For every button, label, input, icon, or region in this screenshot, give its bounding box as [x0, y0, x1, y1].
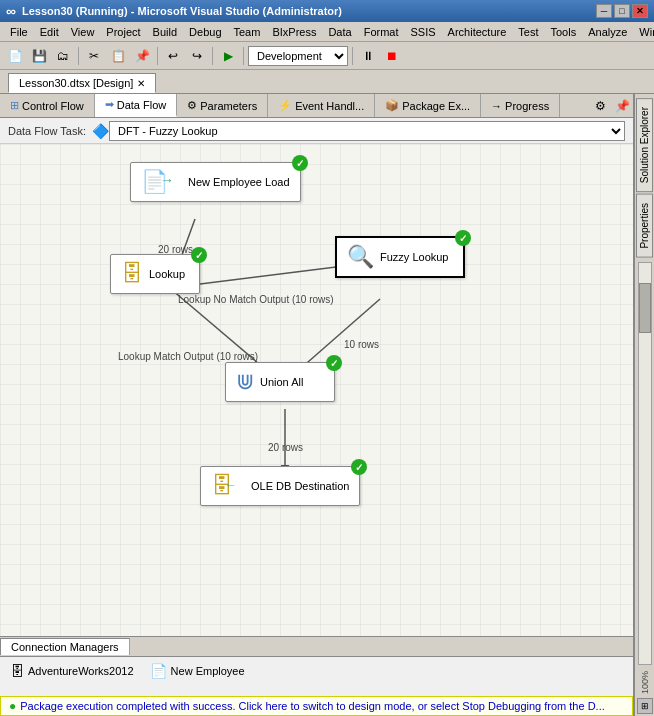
- menu-bixpress[interactable]: BIxPress: [266, 24, 322, 40]
- check-badge-fuzzy-lookup: ✓: [455, 230, 471, 246]
- save-button[interactable]: 💾: [28, 45, 50, 67]
- zoom-label: 100%: [638, 669, 652, 696]
- tab-event-handlers[interactable]: ⚡ Event Handl...: [268, 94, 375, 117]
- dataflow-task-bar: Data Flow Task: 🔷 DFT - Fuzzy Lookup: [0, 118, 633, 144]
- conn-content: 🗄 AdventureWorks2012 📄 New Employee: [0, 657, 633, 685]
- menu-test[interactable]: Test: [512, 24, 544, 40]
- adventureworks-icon: 🗄: [10, 663, 24, 679]
- parameters-icon: ⚙: [187, 99, 197, 112]
- separator-1: [78, 47, 79, 65]
- menu-team[interactable]: Team: [228, 24, 267, 40]
- stop-button[interactable]: ⏹: [381, 45, 403, 67]
- row-label-lookup-no-match: Lookup No Match Output (10 rows): [178, 294, 334, 305]
- scrollbar-thumb[interactable]: [639, 283, 651, 333]
- separator-3: [212, 47, 213, 65]
- restore-button[interactable]: □: [614, 4, 630, 18]
- cut-button[interactable]: ✂: [83, 45, 105, 67]
- node-lookup-label: Lookup: [149, 268, 185, 280]
- dataflow-task-label: Data Flow Task:: [8, 125, 86, 137]
- debug-button[interactable]: ⏸: [357, 45, 379, 67]
- menu-data[interactable]: Data: [322, 24, 357, 40]
- right-sidebar: Solution Explorer Properties 100% ⊞: [634, 94, 654, 716]
- menu-window[interactable]: Window: [633, 24, 654, 40]
- row-label-10-rows: 10 rows: [344, 339, 379, 350]
- row-label-20-rows-2: 20 rows: [268, 442, 303, 453]
- flat-file-source-icon: 📄→: [141, 169, 182, 195]
- menu-file[interactable]: File: [4, 24, 34, 40]
- redo-button[interactable]: ↪: [186, 45, 208, 67]
- menu-view[interactable]: View: [65, 24, 101, 40]
- title-text: Lesson30 (Running) - Microsoft Visual St…: [22, 5, 596, 17]
- event-handlers-icon: ⚡: [278, 99, 292, 112]
- data-flow-icon: ➡: [105, 98, 114, 111]
- node-fuzzy-lookup-label: Fuzzy Lookup: [380, 251, 448, 263]
- menu-project[interactable]: Project: [100, 24, 146, 40]
- conn-item-adventureworks[interactable]: 🗄 AdventureWorks2012: [10, 663, 134, 679]
- new-project-button[interactable]: 📄: [4, 45, 26, 67]
- check-badge-new-employee-load: ✓: [292, 155, 308, 171]
- progress-icon: →: [491, 100, 502, 112]
- menu-debug[interactable]: Debug: [183, 24, 227, 40]
- doc-tab-close-button[interactable]: ✕: [137, 78, 145, 89]
- row-label-lookup-match: Lookup Match Output (10 rows): [118, 351, 258, 362]
- status-message[interactable]: ● Package execution completed with succe…: [0, 696, 633, 716]
- tab-pin-button[interactable]: 📌: [611, 95, 633, 117]
- save-all-button[interactable]: 🗂: [52, 45, 74, 67]
- lookup-icon: 🗄: [121, 261, 143, 287]
- copy-button[interactable]: 📋: [107, 45, 129, 67]
- vertical-scrollbar[interactable]: [638, 262, 652, 665]
- separator-5: [352, 47, 353, 65]
- node-union-all[interactable]: ✓ ⋓ Union All: [225, 362, 335, 402]
- undo-button[interactable]: ↩: [162, 45, 184, 67]
- separator-4: [243, 47, 244, 65]
- new-employee-conn-label: New Employee: [171, 665, 245, 677]
- fuzzy-lookup-icon: 🔍: [347, 244, 374, 270]
- minimize-button[interactable]: ─: [596, 4, 612, 18]
- toolbar: 📄 💾 🗂 ✂ 📋 📌 ↩ ↪ ▶ Development ⏸ ⏹: [0, 42, 654, 70]
- menu-tools[interactable]: Tools: [544, 24, 582, 40]
- menu-format[interactable]: Format: [358, 24, 405, 40]
- doc-tab-label: Lesson30.dtsx [Design]: [19, 77, 133, 89]
- design-canvas[interactable]: 20 rows Lookup No Match Output (10 rows)…: [0, 144, 633, 636]
- node-ole-db-label: OLE DB Destination: [251, 480, 349, 492]
- dataflow-task-select[interactable]: DFT - Fuzzy Lookup: [109, 121, 625, 141]
- start-button[interactable]: ▶: [217, 45, 239, 67]
- menu-architecture[interactable]: Architecture: [442, 24, 513, 40]
- tab-progress[interactable]: → Progress: [481, 94, 560, 117]
- check-badge-union-all: ✓: [326, 355, 342, 371]
- conn-tab-bar: Connection Managers: [0, 637, 633, 657]
- node-ole-db-destination[interactable]: ✓ 🗄← OLE DB Destination: [200, 466, 360, 506]
- node-new-employee-load-label: New Employee Load: [188, 176, 290, 188]
- menu-build[interactable]: Build: [147, 24, 183, 40]
- design-tabs: ⊞ Control Flow ➡ Data Flow ⚙ Parameters …: [0, 94, 633, 118]
- package-explorer-icon: 📦: [385, 99, 399, 112]
- connection-managers-panel: Connection Managers 🗄 AdventureWorks2012…: [0, 636, 633, 696]
- tab-control-flow[interactable]: ⊞ Control Flow: [0, 94, 95, 117]
- separator-2: [157, 47, 158, 65]
- zoom-fit-button[interactable]: ⊞: [637, 698, 653, 714]
- menu-edit[interactable]: Edit: [34, 24, 65, 40]
- close-button[interactable]: ✕: [632, 4, 648, 18]
- conn-tab-connection-managers[interactable]: Connection Managers: [0, 638, 130, 655]
- sidebar-tab-properties[interactable]: Properties: [636, 194, 653, 258]
- doc-tab-lesson30[interactable]: Lesson30.dtsx [Design] ✕: [8, 73, 156, 93]
- tab-parameters[interactable]: ⚙ Parameters: [177, 94, 268, 117]
- node-new-employee-load[interactable]: ✓ 📄→ New Employee Load: [130, 162, 301, 202]
- status-success-icon: ●: [9, 699, 16, 713]
- menu-ssis[interactable]: SSIS: [405, 24, 442, 40]
- control-flow-icon: ⊞: [10, 99, 19, 112]
- configuration-dropdown[interactable]: Development: [248, 46, 348, 66]
- paste-button[interactable]: 📌: [131, 45, 153, 67]
- node-lookup[interactable]: ✓ 🗄 Lookup: [110, 254, 200, 294]
- menu-analyze[interactable]: Analyze: [582, 24, 633, 40]
- tab-package-explorer[interactable]: 📦 Package Ex...: [375, 94, 481, 117]
- node-fuzzy-lookup[interactable]: ✓ 🔍 Fuzzy Lookup: [335, 236, 465, 278]
- main-window: Lesson30.dtsx [Design] ✕ ⊞ Control Flow …: [0, 70, 654, 716]
- conn-item-new-employee[interactable]: 📄 New Employee: [150, 663, 245, 679]
- sidebar-tab-solution-explorer[interactable]: Solution Explorer: [636, 98, 653, 192]
- node-union-all-label: Union All: [260, 376, 303, 388]
- window-controls: ─ □ ✕: [596, 4, 648, 18]
- tab-settings-button[interactable]: ⚙: [589, 95, 611, 117]
- tab-data-flow[interactable]: ➡ Data Flow: [95, 94, 178, 117]
- doc-tab-bar: Lesson30.dtsx [Design] ✕: [0, 70, 654, 94]
